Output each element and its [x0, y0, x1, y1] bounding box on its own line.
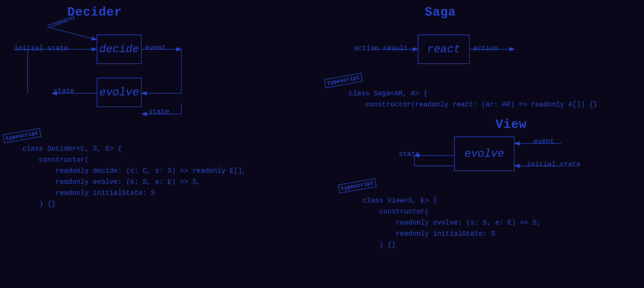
view-code-block: class View<S, E> { constructor( readonly… [362, 195, 541, 250]
command-label: command [46, 14, 76, 31]
svg-line-1 [50, 28, 97, 40]
event-label-decider: event [145, 44, 166, 52]
state-label-decider1: state [54, 87, 74, 95]
saga-code-block: class Saga<AR, A> { constructor(readonly… [349, 88, 598, 110]
evolve-box-view: evolve [454, 136, 514, 171]
decider-code-block: class Decider<C, S, E> { constructor( re… [22, 143, 246, 210]
saga-title: Saga [425, 5, 456, 19]
main-diagram: Decider command initial state decide eve… [0, 0, 644, 288]
initial-state-label-view: initial state [526, 161, 580, 168]
initial-state-label-decider: initial state [14, 45, 68, 52]
action-label: action [473, 45, 498, 52]
decide-box: decide [97, 35, 142, 64]
typescript-badge-decider: typescript [2, 128, 41, 143]
event-label-view: event [534, 138, 554, 145]
action-result-label: action result [354, 45, 408, 52]
typescript-badge-view: typescript [338, 178, 376, 193]
decider-title: Decider [67, 5, 122, 19]
typescript-badge-saga: typescript [324, 73, 363, 88]
state-label-decider2: state [148, 108, 169, 116]
view-title: View [496, 118, 527, 132]
evolve-box-decider: evolve [97, 78, 142, 107]
state-label-view: state [399, 150, 420, 158]
react-box: react [418, 35, 470, 64]
